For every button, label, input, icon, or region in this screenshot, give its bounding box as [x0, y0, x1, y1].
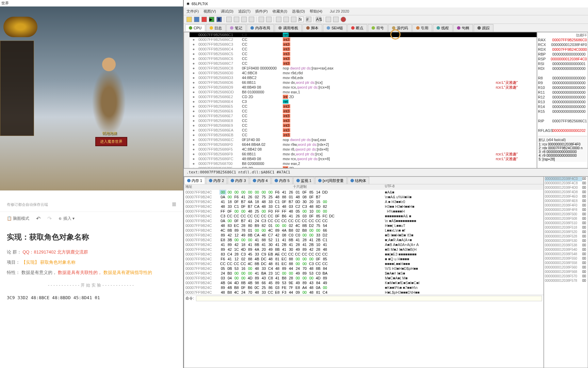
register-RDI[interactable]: RDI0000000000000000 [538, 66, 587, 71]
menu-item[interactable]: 视图(V) [203, 9, 216, 14]
disasm-row[interactable]: ●00007FF9B25686F06644:8B4A 02mov r9w,wor… [190, 142, 537, 147]
dump-tab[interactable]: 内存 4 [250, 177, 271, 184]
stack-row[interactable]: 0000000012038F56800 [544, 270, 588, 274]
dump-row[interactable]: 00007FF9B24CC3CCCCCCCCCCCCCC0FB64126030F… [184, 214, 543, 218]
register-RIP[interactable]: RIP00007FF9B25686C1 [538, 119, 587, 124]
register-R8[interactable]: R80000000000000000 [538, 76, 587, 81]
disasm-row[interactable]: ●00007FF9B25686D948:8B49 08mov rcx,qword… [190, 85, 537, 90]
stack-row[interactable]: 0000000012038F4F000 [544, 203, 588, 208]
stack-row[interactable]: 0000000012038F55000 [544, 257, 588, 261]
tab-脚本[interactable]: 脚本 [303, 24, 322, 32]
disasm-row[interactable]: ●00007FF9B25686E9CCint3 [190, 123, 537, 128]
disasm-row[interactable]: ●00007FF9B25686DDB8 01000000mov eax,1 [190, 90, 537, 94]
hamburger-icon[interactable]: ≡ [172, 200, 176, 209]
stack-row[interactable]: 0000000012038F4E000 [544, 195, 588, 199]
dump-tab[interactable]: 内存 2 [206, 177, 227, 184]
insert-button[interactable]: ⊕ 插入 ▾ [59, 216, 75, 221]
tab-日志[interactable]: 日志 [206, 24, 226, 32]
dump-row[interactable]: 00007FF9B24C0A000FB74124C3CCCCCCCCCCCCCC… [184, 218, 543, 223]
tab-跟踪[interactable]: 跟踪 [474, 24, 493, 32]
doc-line-group[interactable]: 论 群： QQ：812917402 北方驯鹿交流群 [7, 249, 176, 255]
stack-row[interactable]: 0000000012038F51000 [544, 221, 588, 226]
register-[interactable] [538, 124, 587, 128]
disasm-row[interactable]: 00007FF9B25686C1C3ret [190, 32, 537, 37]
stack-row[interactable]: 0000000012038F4E800 [544, 199, 588, 203]
stack-row[interactable]: 0000000012038F52800 [544, 234, 588, 239]
register-R13[interactable]: R130000000000000000 [538, 100, 587, 105]
trace-over-icon[interactable] [266, 17, 272, 22]
dump-tab[interactable]: 结构体 [347, 177, 369, 184]
stack-row[interactable]: 0000000012038F54000 [544, 248, 588, 252]
az-icon[interactable]: A⇅ [316, 17, 321, 22]
stop-icon[interactable] [201, 17, 207, 22]
menu-item[interactable]: 调试(D) [221, 9, 233, 14]
dump-tab[interactable]: 内存 3 [228, 177, 249, 184]
register-R14[interactable]: R140000000000000000 [538, 105, 587, 109]
disasm-row[interactable]: ●00007FF9B25686C2CCint3 [190, 37, 537, 42]
stack-row[interactable]: 0000000012038F4D000 [544, 186, 588, 190]
tag-icon[interactable] [283, 17, 289, 22]
about-icon[interactable] [341, 17, 346, 22]
dump-row[interactable]: 00007FF9B24CFF0F0000482500F0FFFF48050010… [184, 209, 543, 214]
dump-row[interactable]: 00007FF9B24C41180FB74A184833C10FB70D3020… [184, 199, 543, 204]
disasm-row[interactable]: ●00007FF9B25686C5CCint3 [190, 51, 537, 56]
dump-row[interactable]: 00007FF9B24CCCCCCCCC4C8BDC4881EC880000C3… [184, 261, 543, 266]
disassembly-view[interactable]: 00007FF9B25686C1C3ret●00007FF9B25686C2CC… [184, 32, 537, 168]
dump-tab[interactable]: 内存 1 [184, 177, 205, 184]
stack-row[interactable]: 0000000012038F52000 [544, 230, 588, 234]
register-RSI[interactable]: RSI0000000000000001 [538, 62, 587, 66]
tab-断点[interactable]: 断点 [347, 24, 367, 32]
disasm-row[interactable]: ●00007FF9B25686E7CCint3 [190, 113, 537, 118]
dump-row[interactable]: 00007FF9B24CE83B00000041885211418B412841… [184, 237, 543, 242]
hash-icon[interactable]: # [306, 17, 311, 22]
disasm-row[interactable]: ●00007FF9B25686C7CCint3 [190, 61, 537, 66]
disasm-row[interactable]: ●00007FF9B25686C80F1F8400 00000000nop dw… [190, 66, 537, 71]
stack-row[interactable]: 0000000012038F4C800 [544, 181, 588, 186]
open-icon[interactable] [186, 17, 192, 22]
dump-tab[interactable]: 监视 1 [293, 177, 314, 184]
dump-row[interactable]: 00007FF9B24C4833C10FB7CA4833C14803C2C348… [184, 204, 543, 209]
undo-icon[interactable]: ↶ [36, 215, 40, 222]
disasm-row[interactable]: ●00007FF9B25686D666:8B11mov dx,word ptr … [190, 80, 537, 85]
step-out-icon[interactable] [241, 17, 247, 22]
disasm-row[interactable]: ●00007FF9B2568700B8 02000000mov eax,2 [190, 161, 537, 166]
dump-row[interactable]: 00007FF9B24C89421C4D894A20498B4130498942… [184, 247, 543, 252]
undo-tool-icon[interactable] [291, 17, 296, 22]
register-[interactable] [538, 71, 587, 76]
stack-row[interactable]: 0000000012038F4F800 [544, 208, 588, 212]
menu-item[interactable]: 收藏夹(I) [273, 9, 287, 14]
register-RCX[interactable]: RCX0000000012038F4F0 [538, 43, 587, 47]
disasm-row[interactable]: ●00007FF9B25686C6CCint3 [190, 56, 537, 61]
disasm-row[interactable]: ●00007FF9B25686D344:8BC2mov r8d,edx [190, 75, 537, 80]
dump-row[interactable]: 00007FF9B24CF6411202884BDC4881EC88000000… [184, 257, 543, 261]
menu-item[interactable]: 插件(P) [255, 9, 268, 14]
disasm-row[interactable]: ●00007FF9B25686E4C3ret [190, 99, 537, 104]
disasm-row[interactable]: ●00007FF9B25686E5CCint3 [190, 104, 537, 109]
tab-线程[interactable]: 线程 [433, 24, 453, 32]
stack-row[interactable]: 0000000012038F57000 [544, 274, 588, 279]
tab-内存布局[interactable]: 内存布局 [247, 24, 274, 32]
doc-hex-line[interactable]: 3C9 33D2 48:8BCE 48:8BDD 45:8D41 01 [7, 295, 176, 300]
register-R11[interactable]: R110000000000000000 [538, 90, 587, 95]
dump-row[interactable]: 00007FF9B24C0A00F6412602752548880148080F… [184, 195, 543, 199]
register-R12[interactable]: R120000000000000000 [538, 95, 587, 100]
register-R15[interactable]: R150000000000000000 [538, 109, 587, 114]
run-to-cursor-icon[interactable] [249, 17, 254, 22]
doc-title[interactable]: 实现：获取角色对象名称 [7, 232, 176, 242]
settings-icon[interactable] [326, 17, 331, 22]
disasm-row[interactable]: ●00007FF9B25686D04C:8BC8mov r9d,r8d [190, 71, 537, 75]
dump-row[interactable]: 00007FF9B24C894212498BCA48C74208C0C00000… [184, 233, 543, 237]
stack-row[interactable]: 0000000012038F50800 [544, 217, 588, 221]
step-into-icon[interactable] [226, 17, 232, 22]
enter-world-button[interactable]: 进入魔兽世界 [95, 137, 127, 146]
stack-row[interactable]: 0000000012038F54800 [544, 252, 588, 257]
dump-tab[interactable]: 内存 5 [272, 177, 293, 184]
tab-SEH链[interactable]: SEH链 [323, 24, 347, 32]
dump-row[interactable]: 00007FF9B24C050B5316004833C4488944247048… [184, 266, 543, 271]
disasm-row[interactable]: ●00007FF9B25686EBCCint3 [190, 133, 537, 137]
calc-icon[interactable] [333, 17, 339, 22]
stack-row[interactable]: 0000000012038F51800 [544, 226, 588, 230]
tab-句柄[interactable]: 句柄 [453, 24, 473, 32]
run-icon[interactable]: ▶ [209, 17, 214, 22]
stack-row[interactable]: 0000000012038F4C000 [544, 177, 588, 181]
